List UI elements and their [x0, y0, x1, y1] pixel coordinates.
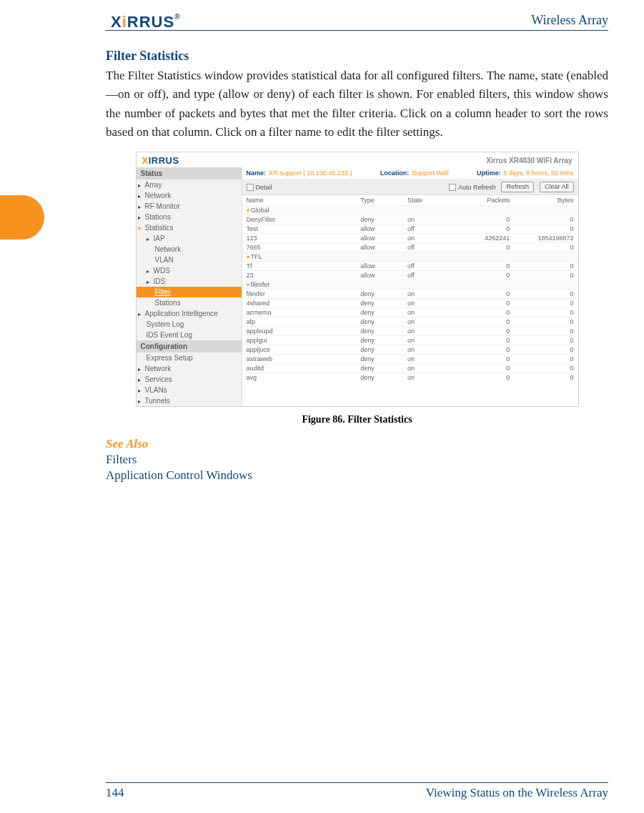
filter-table: Name Type State Packets Bytes GlobalDeny…	[242, 195, 578, 382]
sidebar-status-header: Status	[137, 167, 242, 179]
sidebar-item-system-log[interactable]: System Log	[137, 319, 242, 330]
table-row[interactable]: applguidenyon00	[242, 336, 578, 345]
link-app-control[interactable]: Application Control Windows	[106, 468, 608, 483]
sidebar-item-stations[interactable]: Stations	[137, 212, 242, 222]
shot-model: Xirrus XR4830 WiFi Array	[486, 157, 572, 164]
sidebar-item-network[interactable]: Network	[137, 244, 242, 255]
table-row[interactable]: Testallowoff00	[242, 225, 578, 234]
footer-rule	[106, 782, 608, 783]
sidebar-item-network[interactable]: Network	[137, 190, 242, 201]
sidebar-item-application-intelligence[interactable]: Application Intelligence	[137, 308, 242, 319]
page-number: 144	[106, 786, 124, 800]
sidebar-statistics[interactable]: Statistics	[137, 222, 242, 233]
body-paragraph: The Filter Statistics window provides st…	[106, 66, 608, 142]
header-rule	[106, 30, 608, 31]
col-packets[interactable]: Packets	[450, 195, 514, 206]
doc-title: Wireless Array	[531, 13, 608, 28]
sidebar-item-rf-monitor[interactable]: RF Monitor	[137, 201, 242, 212]
detail-checkbox[interactable]: Detail	[247, 184, 272, 192]
group-global[interactable]: Global	[242, 206, 578, 215]
sidebar-item-vlan[interactable]: VLAN	[137, 255, 242, 265]
clear-all-button[interactable]: Clear All	[540, 182, 574, 192]
shot-main: Name: XR-support ( 10.100.45.233 ) Locat…	[242, 167, 578, 406]
group-filexfer[interactable]: filexfer	[242, 280, 578, 290]
col-type[interactable]: Type	[356, 195, 403, 206]
screenshot: XIRRUS Xirrus XR4830 WiFi Array Status A…	[136, 152, 579, 407]
table-row[interactable]: DenyFilterdenyon00	[242, 215, 578, 225]
see-also-heading: See Also	[106, 437, 608, 451]
col-bytes[interactable]: Bytes	[514, 195, 578, 206]
link-filters[interactable]: Filters	[106, 453, 608, 467]
brand-logo: XiRRUS®	[111, 13, 181, 31]
sidebar-item-wds[interactable]: WDS	[137, 265, 242, 276]
group-tfl[interactable]: TFL	[242, 252, 578, 262]
table-row[interactable]: appleupddenyon00	[242, 327, 578, 336]
col-name[interactable]: Name	[242, 195, 357, 206]
sidebar-item-ids[interactable]: IDS	[137, 276, 242, 287]
table-row[interactable]: filexferdenyon00	[242, 290, 578, 299]
sidebar-filter-selected[interactable]: Filter	[137, 287, 242, 297]
sidebar-item-express-setup[interactable]: Express Setup	[137, 353, 242, 363]
figure-caption: Figure 86. Filter Statistics	[106, 414, 608, 425]
table-row[interactable]: 7665allowoff00	[242, 243, 578, 252]
table-row[interactable]: Tfallowoff00	[242, 262, 578, 271]
chapter-title: Viewing Status on the Wireless Array	[426, 786, 608, 800]
table-row[interactable]: acrnemadenyon00	[242, 308, 578, 317]
table-row[interactable]: astrawebdenyon00	[242, 355, 578, 364]
shot-sidebar: Status ArrayNetworkRF MonitorStations St…	[137, 167, 242, 406]
sidebar-item-stations[interactable]: Stations	[137, 297, 242, 308]
sidebar-item-tunnels[interactable]: Tunnels	[137, 395, 242, 406]
sidebar-item-services[interactable]: Services	[137, 374, 242, 385]
thumb-tab	[0, 195, 44, 240]
shot-logo: XIRRUS	[142, 155, 179, 166]
table-row[interactable]: avgdenyon00	[242, 373, 578, 383]
sidebar-config-header: Configuration	[137, 340, 242, 353]
table-row[interactable]: appljucedenyon00	[242, 345, 578, 355]
sidebar-item-iap[interactable]: IAP	[137, 233, 242, 244]
refresh-button[interactable]: Refresh	[501, 182, 534, 192]
col-state[interactable]: State	[403, 195, 450, 206]
sidebar-item-ids-event-log[interactable]: IDS Event Log	[137, 330, 242, 340]
sidebar-item-vlans[interactable]: VLANs	[137, 385, 242, 395]
table-row[interactable]: auditddenyon00	[242, 364, 578, 373]
auto-refresh-checkbox[interactable]: Auto Refresh	[449, 184, 496, 192]
table-row[interactable]: 123allowon42622411854196672	[242, 234, 578, 243]
table-row[interactable]: afpdenyon00	[242, 317, 578, 327]
sidebar-item-network[interactable]: Network	[137, 363, 242, 374]
sidebar-item-array[interactable]: Array	[137, 179, 242, 190]
info-bar: Name: XR-support ( 10.100.45.233 ) Locat…	[242, 167, 578, 179]
table-row[interactable]: 4shareddenyon00	[242, 299, 578, 308]
table-row[interactable]: 23allowoff00	[242, 271, 578, 280]
section-heading: Filter Statistics	[106, 49, 608, 64]
toolbar: Detail Auto Refresh Refresh Clear All	[242, 179, 578, 195]
